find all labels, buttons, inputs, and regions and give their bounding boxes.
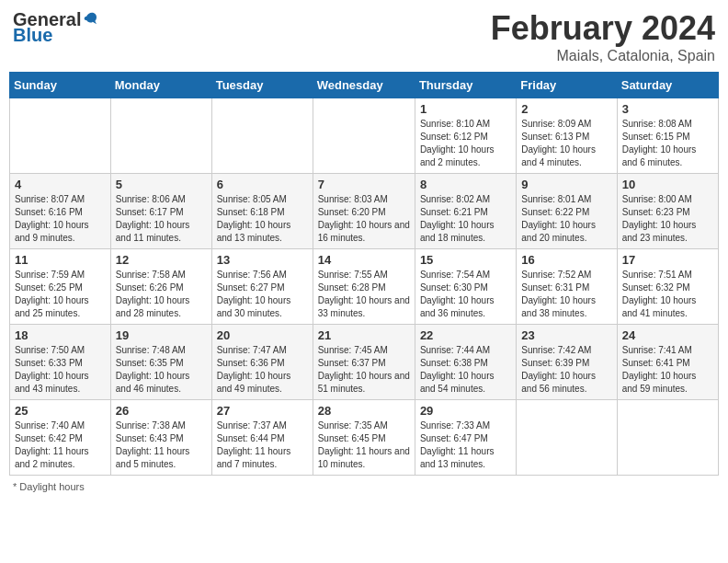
day-info: Sunrise: 7:38 AMSunset: 6:43 PMDaylight:…	[116, 419, 207, 471]
logo-blue: Blue	[13, 25, 52, 46]
day-number: 12	[116, 253, 207, 267]
calendar-cell: 24Sunrise: 7:41 AMSunset: 6:41 PMDayligh…	[617, 325, 718, 400]
calendar-cell: 1Sunrise: 8:10 AMSunset: 6:12 PMDaylight…	[415, 98, 516, 174]
day-info: Sunrise: 7:35 AMSunset: 6:45 PMDaylight:…	[318, 419, 410, 471]
calendar-cell: 15Sunrise: 7:54 AMSunset: 6:30 PMDayligh…	[415, 249, 516, 325]
calendar-cell: 20Sunrise: 7:47 AMSunset: 6:36 PMDayligh…	[211, 325, 313, 400]
calendar-cell: 13Sunrise: 7:56 AMSunset: 6:27 PMDayligh…	[211, 249, 313, 325]
day-info: Sunrise: 8:06 AMSunset: 6:17 PMDaylight:…	[116, 193, 207, 245]
day-number: 27	[217, 404, 308, 418]
day-number: 11	[15, 253, 106, 267]
day-number: 8	[420, 178, 511, 191]
calendar-cell: 2Sunrise: 8:09 AMSunset: 6:13 PMDaylight…	[517, 98, 617, 174]
day-info: Sunrise: 7:55 AMSunset: 6:28 PMDaylight:…	[318, 269, 410, 320]
calendar-cell	[211, 98, 313, 174]
page-header: General Blue February 2024 Maials, Catal…	[9, 9, 719, 64]
day-number: 19	[116, 328, 207, 342]
day-info: Sunrise: 7:58 AMSunset: 6:26 PMDaylight:…	[116, 269, 207, 320]
calendar-cell: 12Sunrise: 7:58 AMSunset: 6:26 PMDayligh…	[110, 249, 211, 325]
day-number: 18	[15, 328, 106, 342]
day-info: Sunrise: 7:48 AMSunset: 6:35 PMDaylight:…	[116, 344, 207, 396]
day-info: Sunrise: 7:59 AMSunset: 6:25 PMDaylight:…	[15, 269, 106, 320]
logo-bird-icon	[83, 11, 101, 29]
calendar-week-5: 25Sunrise: 7:40 AMSunset: 6:42 PMDayligh…	[10, 400, 719, 476]
day-number: 28	[318, 404, 410, 418]
calendar-title: February 2024	[491, 9, 715, 48]
calendar-cell: 11Sunrise: 7:59 AMSunset: 6:25 PMDayligh…	[10, 249, 111, 325]
header-saturday: Saturday	[617, 73, 718, 98]
day-number: 26	[116, 404, 207, 418]
header-tuesday: Tuesday	[211, 73, 313, 98]
day-info: Sunrise: 8:02 AMSunset: 6:21 PMDaylight:…	[420, 193, 511, 245]
day-number: 7	[318, 178, 410, 191]
calendar-cell: 25Sunrise: 7:40 AMSunset: 6:42 PMDayligh…	[10, 400, 111, 476]
calendar-cell: 21Sunrise: 7:45 AMSunset: 6:37 PMDayligh…	[313, 325, 415, 400]
day-info: Sunrise: 7:52 AMSunset: 6:31 PMDaylight:…	[521, 269, 611, 320]
header-sunday: Sunday	[10, 73, 111, 98]
day-number: 25	[15, 404, 106, 418]
day-number: 21	[318, 328, 410, 342]
day-info: Sunrise: 7:40 AMSunset: 6:42 PMDaylight:…	[15, 419, 106, 471]
footer-note: * Daylight hours	[9, 481, 719, 492]
day-info: Sunrise: 7:42 AMSunset: 6:39 PMDaylight:…	[521, 344, 611, 396]
day-info: Sunrise: 7:54 AMSunset: 6:30 PMDaylight:…	[420, 269, 511, 320]
calendar-cell: 6Sunrise: 8:05 AMSunset: 6:18 PMDaylight…	[211, 174, 313, 249]
calendar-cell	[313, 98, 415, 174]
calendar-header-row: SundayMondayTuesdayWednesdayThursdayFrid…	[10, 73, 719, 98]
calendar-week-4: 18Sunrise: 7:50 AMSunset: 6:33 PMDayligh…	[10, 325, 719, 400]
daylight-label: Daylight hours	[19, 481, 84, 492]
day-info: Sunrise: 8:07 AMSunset: 6:16 PMDaylight:…	[15, 193, 106, 245]
calendar-cell: 26Sunrise: 7:38 AMSunset: 6:43 PMDayligh…	[110, 400, 211, 476]
calendar-cell: 17Sunrise: 7:51 AMSunset: 6:32 PMDayligh…	[617, 249, 718, 325]
day-info: Sunrise: 7:33 AMSunset: 6:47 PMDaylight:…	[420, 419, 511, 471]
day-info: Sunrise: 8:01 AMSunset: 6:22 PMDaylight:…	[521, 193, 611, 245]
day-info: Sunrise: 7:56 AMSunset: 6:27 PMDaylight:…	[217, 269, 308, 320]
calendar-cell	[10, 98, 111, 174]
day-info: Sunrise: 8:08 AMSunset: 6:15 PMDaylight:…	[622, 118, 713, 169]
day-info: Sunrise: 8:10 AMSunset: 6:12 PMDaylight:…	[420, 118, 511, 169]
day-number: 9	[521, 178, 611, 191]
day-info: Sunrise: 8:00 AMSunset: 6:23 PMDaylight:…	[622, 193, 713, 245]
calendar-cell: 18Sunrise: 7:50 AMSunset: 6:33 PMDayligh…	[10, 325, 111, 400]
calendar-cell: 28Sunrise: 7:35 AMSunset: 6:45 PMDayligh…	[313, 400, 415, 476]
calendar-cell	[617, 400, 718, 476]
calendar-cell: 10Sunrise: 8:00 AMSunset: 6:23 PMDayligh…	[617, 174, 718, 249]
calendar-cell: 29Sunrise: 7:33 AMSunset: 6:47 PMDayligh…	[415, 400, 516, 476]
header-friday: Friday	[517, 73, 617, 98]
header-thursday: Thursday	[415, 73, 516, 98]
calendar-week-2: 4Sunrise: 8:07 AMSunset: 6:16 PMDaylight…	[10, 174, 719, 249]
calendar-cell: 9Sunrise: 8:01 AMSunset: 6:22 PMDaylight…	[517, 174, 617, 249]
day-number: 23	[521, 328, 611, 342]
day-number: 22	[420, 328, 511, 342]
day-number: 14	[318, 253, 410, 267]
calendar-cell: 3Sunrise: 8:08 AMSunset: 6:15 PMDaylight…	[617, 98, 718, 174]
day-info: Sunrise: 7:45 AMSunset: 6:37 PMDaylight:…	[318, 344, 410, 396]
day-info: Sunrise: 7:44 AMSunset: 6:38 PMDaylight:…	[420, 344, 511, 396]
calendar-cell	[110, 98, 211, 174]
title-block: February 2024 Maials, Catalonia, Spain	[491, 9, 715, 64]
day-number: 17	[622, 253, 713, 267]
calendar-cell: 8Sunrise: 8:02 AMSunset: 6:21 PMDaylight…	[415, 174, 516, 249]
header-monday: Monday	[110, 73, 211, 98]
day-number: 16	[521, 253, 611, 267]
calendar-cell: 19Sunrise: 7:48 AMSunset: 6:35 PMDayligh…	[110, 325, 211, 400]
calendar-cell: 22Sunrise: 7:44 AMSunset: 6:38 PMDayligh…	[415, 325, 516, 400]
calendar-cell: 5Sunrise: 8:06 AMSunset: 6:17 PMDaylight…	[110, 174, 211, 249]
day-number: 1	[420, 102, 511, 116]
day-info: Sunrise: 7:50 AMSunset: 6:33 PMDaylight:…	[15, 344, 106, 396]
day-info: Sunrise: 8:05 AMSunset: 6:18 PMDaylight:…	[217, 193, 308, 245]
day-number: 24	[622, 328, 713, 342]
day-number: 4	[15, 178, 106, 191]
day-info: Sunrise: 8:09 AMSunset: 6:13 PMDaylight:…	[521, 118, 611, 169]
day-info: Sunrise: 7:41 AMSunset: 6:41 PMDaylight:…	[622, 344, 713, 396]
day-info: Sunrise: 7:47 AMSunset: 6:36 PMDaylight:…	[217, 344, 308, 396]
day-number: 3	[622, 102, 713, 116]
calendar-cell: 4Sunrise: 8:07 AMSunset: 6:16 PMDaylight…	[10, 174, 111, 249]
day-info: Sunrise: 8:03 AMSunset: 6:20 PMDaylight:…	[318, 193, 410, 245]
day-number: 29	[420, 404, 511, 418]
calendar-cell: 14Sunrise: 7:55 AMSunset: 6:28 PMDayligh…	[313, 249, 415, 325]
calendar-cell: 27Sunrise: 7:37 AMSunset: 6:44 PMDayligh…	[211, 400, 313, 476]
logo: General Blue	[13, 9, 101, 46]
day-info: Sunrise: 7:37 AMSunset: 6:44 PMDaylight:…	[217, 419, 308, 471]
header-wednesday: Wednesday	[313, 73, 415, 98]
